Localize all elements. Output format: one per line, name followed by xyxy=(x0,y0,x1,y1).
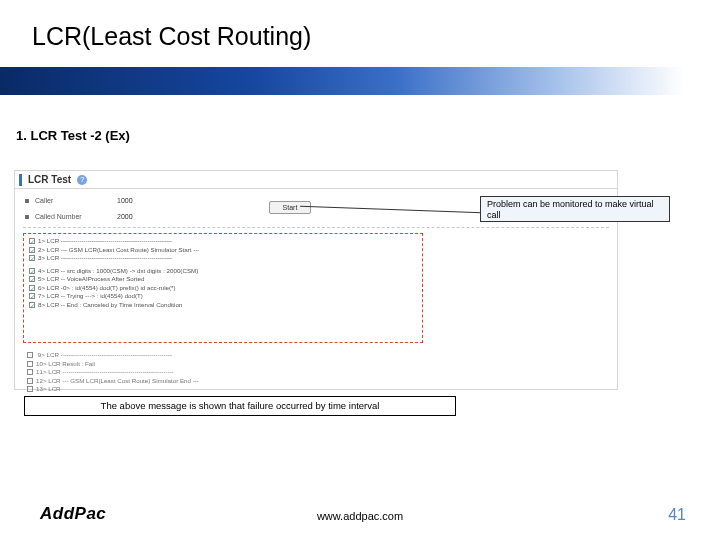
log-line: 11> LCR --------------------------------… xyxy=(27,368,199,377)
check-icon xyxy=(27,352,33,358)
log-line: 12> LCR --- GSM LCR(Least Cost Route) Si… xyxy=(27,377,199,386)
caller-row: Caller 1000 xyxy=(25,197,133,204)
log-line: 5> LCR -- VoiceAIProcess After Sorted xyxy=(29,275,417,284)
title-gradient xyxy=(0,67,720,95)
start-button[interactable]: Start xyxy=(269,201,311,214)
log-highlight-box: 1> LCR ---------------------------------… xyxy=(23,233,423,343)
caller-label: Caller xyxy=(35,197,117,204)
log-line: 8> LCR -- End : Canceled by Time Interva… xyxy=(29,301,417,310)
header-accent xyxy=(19,174,22,186)
check-icon xyxy=(29,285,35,291)
check-icon xyxy=(29,255,35,261)
page-title: LCR(Least Cost Routing) xyxy=(32,22,311,51)
check-icon xyxy=(27,378,33,384)
log-line: 4> LCR -- src digits : 1000(CSM) -> dst … xyxy=(29,267,417,276)
log-line: 7> LCR -- Trying ---> : id(4554) dod(T) xyxy=(29,292,417,301)
log-line: 3> LCR ---------------------------------… xyxy=(29,254,417,263)
log-line: 2> LCR --- GSM LCR(Least Cost Route) Sim… xyxy=(29,246,417,255)
panel-header: LCR Test ? xyxy=(15,171,617,189)
log-line: 13> LCR xyxy=(27,385,199,394)
help-icon[interactable]: ? xyxy=(77,175,87,185)
called-value: 2000 xyxy=(117,213,133,220)
bullet-icon xyxy=(25,199,29,203)
check-icon xyxy=(29,276,35,282)
panel-divider xyxy=(23,227,609,228)
check-icon xyxy=(27,386,33,392)
check-icon xyxy=(29,247,35,253)
check-icon xyxy=(29,268,35,274)
section-subtitle: 1. LCR Test -2 (Ex) xyxy=(16,128,130,143)
page-number: 41 xyxy=(668,506,686,524)
bullet-icon xyxy=(25,215,29,219)
caller-value: 1000 xyxy=(117,197,133,204)
check-icon xyxy=(29,293,35,299)
check-icon xyxy=(27,369,33,375)
called-row: Called Number 2000 xyxy=(25,213,133,220)
log-line: 9> LCR ---------------------------------… xyxy=(27,351,199,360)
check-icon xyxy=(29,238,35,244)
check-icon xyxy=(29,302,35,308)
check-icon xyxy=(27,361,33,367)
log-line: 6> LCR -0> : id(4554) dod(T) prefix() id… xyxy=(29,284,417,293)
called-label: Called Number xyxy=(35,213,117,220)
log-tail: 9> LCR ---------------------------------… xyxy=(27,351,199,394)
panel-title: LCR Test xyxy=(28,174,71,185)
callout-monitor: Problem can be monitored to make virtual… xyxy=(480,196,670,222)
log-line: 1> LCR ---------------------------------… xyxy=(29,237,417,246)
log-line: 10> LCR Result : Fail xyxy=(27,360,199,369)
callout-failure: The above message is shown that failure … xyxy=(24,396,456,416)
footer-url: www.addpac.com xyxy=(0,510,720,522)
